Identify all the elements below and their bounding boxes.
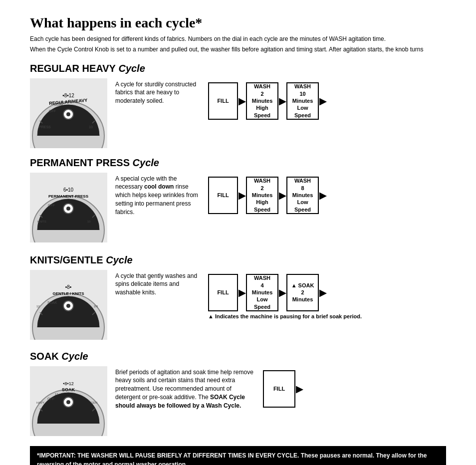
svg-text:6•10: 6•10 [63, 187, 74, 193]
flow-box-wash-low-1: WASH10MinutesLowSpeed [286, 82, 319, 120]
flow-box-wash-high-2: WASH2MinutesHighSpeed [246, 177, 278, 214]
svg-point-3 [66, 112, 70, 116]
cycle-desc-knits: A cycle that gently washes and spins del… [115, 270, 200, 297]
knits-soak-note: ▲ Indicates the machine is pausing for a… [208, 313, 446, 319]
flow-box-fill-1: FILL [208, 82, 238, 120]
cycle-row-perm-press: PERMANENT PRESS 6•10 KNITS 10 OFF A spec… [30, 173, 446, 242]
flow-arrow-2 [279, 95, 286, 107]
flow-box-wash-high-1: WASH2MinutesHighSpeed [246, 82, 278, 120]
flow-arrow-3 [319, 95, 326, 107]
flow-arrow-9 [319, 287, 326, 298]
svg-text:KNITS: KNITS [37, 220, 46, 223]
section-title-knits: KNITS/GENTLE Cycle [30, 254, 446, 266]
svg-point-26 [66, 304, 70, 308]
svg-text:•8•: •8• [65, 284, 72, 290]
svg-text:•8•12: •8•12 [62, 93, 74, 98]
flow-box-fill-3: FILL [208, 274, 238, 311]
cycle-desc-regular-heavy: A cycle for sturdily constructed fabrics… [115, 78, 200, 105]
svg-text:•8•12: •8•12 [63, 381, 73, 386]
svg-text:OFF: OFF [49, 109, 56, 113]
flow-box-wash-low-3: WASH4MinutesLowSpeed [246, 274, 278, 311]
flow-box-fill-4: FILL [263, 370, 295, 408]
flow-knits: FILL WASH4MinutesLowSpeed ▲ SOAK2Minutes [208, 274, 446, 311]
flow-arrow-7 [238, 287, 245, 298]
svg-text:PRESS: PRESS [39, 125, 51, 129]
intro-text-1: Each cycle has been designed for differe… [30, 35, 446, 43]
flow-box-soak: ▲ SOAK2Minutes [286, 274, 319, 311]
section-title-regular-heavy: REGULAR HEAVY Cycle [30, 63, 446, 74]
svg-text:10: 10 [87, 220, 91, 223]
svg-text:GEN: GEN [91, 401, 97, 404]
svg-text:OFF: OFF [47, 397, 54, 401]
svg-text:2/6: 2/6 [94, 305, 98, 308]
section-title-perm-press: PERMANENT PRESS Cycle [30, 157, 446, 169]
cycle-desc-perm-press: A special cycle with the necessary cool … [115, 173, 200, 217]
flow-regular-heavy: FILL WASH2MinutesHighSpeed WASH10Minutes… [208, 82, 446, 120]
svg-text:12: 12 [55, 393, 58, 396]
dial-regular-heavy: REGULAR/HEAVY •8•12 PRESS 10 OFF SOAK [30, 78, 107, 148]
cool-down-text: cool down [144, 183, 174, 190]
flow-soak: FILL [263, 370, 303, 408]
svg-text:SOAK: SOAK [54, 103, 64, 106]
cycle-row-regular-heavy: REGULAR/HEAVY •8•12 PRESS 10 OFF SOAK A … [30, 78, 446, 148]
flow-arrow-5 [279, 190, 286, 201]
knits-flow-column: FILL WASH4MinutesLowSpeed ▲ SOAK2Minutes… [208, 270, 446, 319]
flow-arrow-8 [279, 287, 286, 298]
section-title-soak: SOAK Cycle [30, 351, 446, 362]
flow-box-wash-low-2: WASH8MinutesLowSpeed [286, 177, 319, 214]
svg-text:GENTLE / KNITS: GENTLE / KNITS [52, 291, 84, 296]
flow-arrow-4 [238, 190, 245, 201]
svg-text:SOAK: SOAK [62, 387, 75, 392]
svg-point-37 [66, 400, 70, 404]
intro-text-2: When the Cycle Control Knob is set to a … [30, 45, 446, 54]
cycle-desc-soak: Brief periods of agitation and soak time… [115, 366, 255, 410]
dial-knits: GENTLE / KNITS •8• 12 2/6 SOAK [30, 270, 107, 340]
flow-arrow-10 [296, 383, 303, 395]
svg-text:HAVY: HAVY [36, 401, 44, 404]
svg-text:SOAK: SOAK [47, 301, 57, 304]
flow-box-fill-2: FILL [208, 177, 238, 214]
svg-text:PERMANENT PRESS: PERMANENT PRESS [48, 194, 89, 199]
important-note-bar: *IMPORTANT: THE WASHER WILL PAUSE BRIEFL… [30, 446, 446, 465]
svg-text:10: 10 [89, 125, 93, 129]
flow-arrow-6 [319, 190, 326, 201]
flow-arrow-1 [238, 95, 245, 107]
soak-important-text: SOAK Cycle should always be followed by … [115, 394, 245, 409]
cycle-row-soak: SOAK •8•12 HAVY GEN OFF 12 Brief periods… [30, 366, 446, 436]
flow-perm-press: FILL WASH2MinutesHighSpeed WASH8MinutesL… [208, 177, 446, 214]
svg-text:OFF: OFF [48, 204, 55, 207]
svg-text:12: 12 [36, 305, 40, 308]
page-title: What happens in each cycle* [30, 15, 446, 31]
cycle-row-knits: GENTLE / KNITS •8• 12 2/6 SOAK A cycle t… [30, 270, 446, 340]
dial-soak: SOAK •8•12 HAVY GEN OFF 12 [30, 366, 107, 436]
dial-perm-press: PERMANENT PRESS 6•10 KNITS 10 OFF [30, 173, 107, 242]
svg-point-15 [66, 207, 70, 211]
